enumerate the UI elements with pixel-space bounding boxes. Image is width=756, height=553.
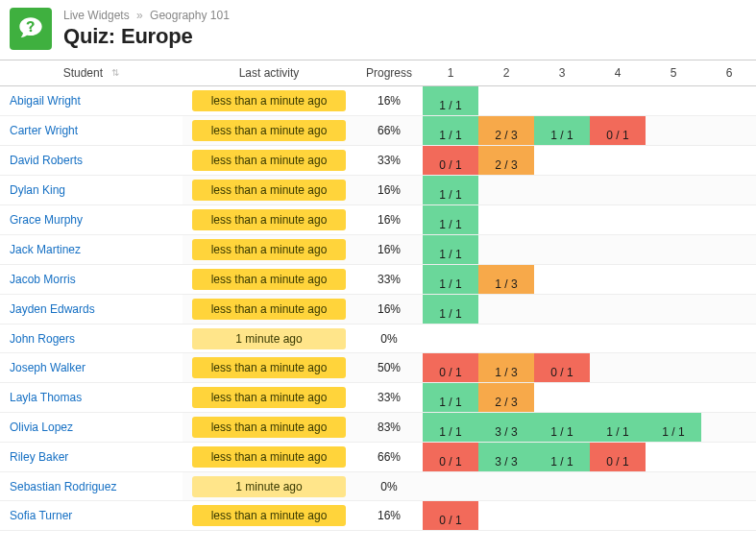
score-cell-q3 [534, 383, 590, 413]
score-cell-q4 [590, 235, 646, 265]
student-cell: Layla Thomas [0, 383, 183, 413]
score-value: 1 / 3 [478, 353, 534, 382]
student-cell: Sebastian Rodriguez [0, 472, 183, 501]
student-cell: Joseph Walker [0, 353, 183, 383]
score-cell-q1: 1 / 1 [423, 205, 478, 235]
student-link[interactable]: Sebastian Rodriguez [10, 480, 116, 493]
activity-badge: less than a minute ago [192, 446, 346, 468]
score-value: 2 / 3 [478, 146, 534, 175]
score-cell-q2: 2 / 3 [478, 116, 534, 146]
score-cell-q6 [701, 325, 756, 353]
score-cell-q3 [534, 295, 590, 325]
col-student-label: Student [63, 66, 103, 80]
student-cell: John Rogers [0, 325, 183, 353]
col-activity[interactable]: Last activity [183, 60, 355, 86]
activity-cell: less than a minute ago [183, 146, 355, 176]
student-link[interactable]: Abigail Wright [10, 94, 81, 108]
activity-cell: less than a minute ago [183, 383, 355, 413]
score-cell-q2: 2 / 3 [478, 146, 534, 176]
score-value: 0 / 1 [590, 443, 646, 471]
score-cell-q2 [478, 86, 534, 116]
activity-badge: less than a minute ago [192, 505, 346, 526]
score-cell-q6 [701, 235, 756, 265]
col-q4[interactable]: 4 [590, 60, 646, 86]
quiz-icon [10, 8, 52, 50]
activity-cell: less than a minute ago [183, 443, 355, 472]
student-link[interactable]: Carter Wright [10, 124, 78, 137]
score-cell-q1: 1 / 1 [423, 116, 478, 146]
score-value: 1 / 1 [534, 116, 590, 145]
score-cell-q3 [534, 501, 590, 531]
table-row: Sebastian Rodriguez1 minute ago0% [0, 472, 756, 501]
col-q2[interactable]: 2 [478, 60, 534, 86]
score-cell-q2 [478, 295, 534, 325]
table-row: David Robertsless than a minute ago33%0 … [0, 146, 756, 176]
col-q1[interactable]: 1 [423, 60, 478, 86]
score-cell-q4 [590, 176, 646, 205]
score-cell-q6 [701, 86, 756, 116]
score-value: 0 / 1 [423, 443, 478, 471]
table-row: Jacob Morrisless than a minute ago33%1 /… [0, 265, 756, 295]
score-cell-q2 [478, 472, 534, 501]
student-link[interactable]: Sofia Turner [10, 509, 72, 522]
activity-badge: less than a minute ago [192, 239, 346, 260]
score-cell-q5 [646, 353, 701, 383]
score-value: 1 / 1 [423, 116, 478, 145]
page-header: Live Widgets » Geography 101 Quiz: Europ… [0, 0, 756, 60]
activity-cell: 1 minute ago [183, 325, 355, 353]
score-cell-q5 [646, 86, 701, 116]
score-cell-q6 [701, 176, 756, 205]
score-cell-q6 [701, 501, 756, 531]
score-cell-q3 [534, 86, 590, 116]
col-progress[interactable]: Progress [355, 60, 423, 86]
progress-cell: 0% [355, 472, 423, 501]
activity-badge: less than a minute ago [192, 180, 346, 201]
score-cell-q6 [701, 413, 756, 443]
score-cell-q6 [701, 205, 756, 235]
student-link[interactable]: Joseph Walker [10, 361, 85, 374]
score-cell-q6 [701, 295, 756, 325]
activity-cell: less than a minute ago [183, 501, 355, 531]
student-link[interactable]: Riley Baker [10, 450, 68, 464]
col-q5[interactable]: 5 [646, 60, 701, 86]
score-cell-q5 [646, 176, 701, 205]
student-link[interactable]: Jack Martinez [10, 243, 81, 256]
student-link[interactable]: Grace Murphy [10, 213, 83, 227]
score-cell-q5 [646, 205, 701, 235]
breadcrumb-root[interactable]: Live Widgets [63, 9, 130, 22]
student-link[interactable]: Jayden Edwards [10, 302, 95, 316]
score-cell-q1: 1 / 1 [423, 413, 478, 443]
table-row: Riley Bakerless than a minute ago66%0 / … [0, 443, 756, 472]
student-link[interactable]: Olivia Lopez [10, 421, 73, 434]
student-cell: Grace Murphy [0, 205, 183, 235]
breadcrumb-section[interactable]: Geography 101 [150, 9, 230, 22]
activity-cell: less than a minute ago [183, 353, 355, 383]
score-cell-q3 [534, 235, 590, 265]
student-link[interactable]: Layla Thomas [10, 391, 82, 404]
activity-badge: less than a minute ago [192, 90, 346, 111]
results-table: Student ⇅ Last activity Progress 1 2 3 4… [0, 60, 756, 531]
col-q3[interactable]: 3 [534, 60, 590, 86]
student-link[interactable]: Jacob Morris [10, 273, 76, 286]
student-link[interactable]: John Rogers [10, 332, 75, 346]
progress-cell: 16% [355, 295, 423, 325]
score-cell-q1: 1 / 1 [423, 235, 478, 265]
progress-cell: 16% [355, 235, 423, 265]
score-cell-q4 [590, 353, 646, 383]
score-value: 1 / 1 [423, 235, 478, 264]
student-cell: Carter Wright [0, 116, 183, 146]
student-cell: Jack Martinez [0, 235, 183, 265]
col-q6[interactable]: 6 [701, 60, 756, 86]
progress-cell: 66% [355, 443, 423, 472]
score-value: 0 / 1 [423, 146, 478, 175]
score-value: 1 / 1 [534, 443, 590, 471]
score-cell-q2: 2 / 3 [478, 383, 534, 413]
col-student[interactable]: Student ⇅ [0, 60, 183, 86]
activity-badge: 1 minute ago [192, 476, 346, 497]
student-cell: Abigail Wright [0, 86, 183, 116]
score-cell-q4 [590, 472, 646, 501]
student-link[interactable]: Dylan King [10, 183, 65, 197]
student-link[interactable]: David Roberts [10, 154, 83, 167]
student-cell: Riley Baker [0, 443, 183, 472]
progress-cell: 50% [355, 353, 423, 383]
